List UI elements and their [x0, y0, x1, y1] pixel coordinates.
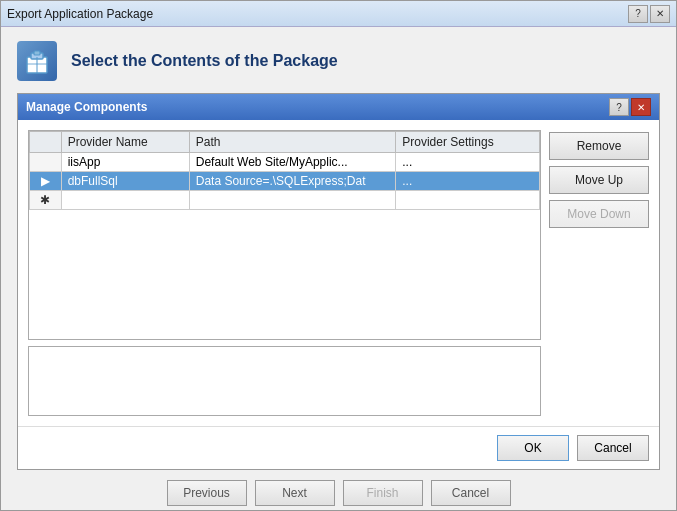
- outer-titlebar-controls: ? ✕: [628, 5, 670, 23]
- inner-titlebar-controls: ? ✕: [609, 98, 651, 116]
- col-header-settings: Provider Settings: [396, 132, 540, 153]
- col-header-indicator: [30, 132, 62, 153]
- table-row-new[interactable]: ✱: [30, 191, 540, 210]
- detail-area: [28, 346, 541, 416]
- outer-help-button[interactable]: ?: [628, 5, 648, 23]
- inner-titlebar: Manage Components ? ✕: [18, 94, 659, 120]
- row-indicator-selected: ▶: [30, 172, 62, 191]
- dialog-footer: OK Cancel: [18, 426, 659, 469]
- outer-content: Select the Contents of the Package Manag…: [1, 27, 676, 511]
- page-header: Select the Contents of the Package: [17, 41, 660, 81]
- cell-path-selected: Data Source=.\SQLExpress;Dat: [189, 172, 396, 191]
- cell-path: Default Web Site/MyApplic...: [189, 153, 396, 172]
- row-indicator-new: ✱: [30, 191, 62, 210]
- previous-button[interactable]: Previous: [167, 480, 247, 506]
- package-icon: [23, 47, 51, 75]
- col-header-provider: Provider Name: [61, 132, 189, 153]
- left-panel: Provider Name Path Provider Settings iis…: [28, 130, 541, 416]
- inner-dialog-title: Manage Components: [26, 100, 147, 114]
- dialog-cancel-button[interactable]: Cancel: [577, 435, 649, 461]
- cell-provider-selected: dbFullSql: [61, 172, 189, 191]
- table-row[interactable]: iisApp Default Web Site/MyApplic... ...: [30, 153, 540, 172]
- page-icon: [17, 41, 57, 81]
- inner-close-button[interactable]: ✕: [631, 98, 651, 116]
- navigation-bar: Previous Next Finish Cancel: [17, 470, 660, 511]
- cell-provider: iisApp: [61, 153, 189, 172]
- table-row[interactable]: ▶ dbFullSql Data Source=.\SQLExpress;Dat…: [30, 172, 540, 191]
- ok-button[interactable]: OK: [497, 435, 569, 461]
- finish-button[interactable]: Finish: [343, 480, 423, 506]
- action-buttons-panel: Remove Move Up Move Down: [549, 130, 649, 416]
- remove-button[interactable]: Remove: [549, 132, 649, 160]
- cell-path-new: [189, 191, 396, 210]
- cell-settings-new: [396, 191, 540, 210]
- cell-settings: ...: [396, 153, 540, 172]
- cell-settings-selected: ...: [396, 172, 540, 191]
- page-title: Select the Contents of the Package: [71, 52, 338, 70]
- move-down-button[interactable]: Move Down: [549, 200, 649, 228]
- inner-body: Provider Name Path Provider Settings iis…: [18, 120, 659, 426]
- row-indicator: [30, 153, 62, 172]
- grid-table: Provider Name Path Provider Settings iis…: [29, 131, 540, 210]
- outer-close-button[interactable]: ✕: [650, 5, 670, 23]
- grid-header-row: Provider Name Path Provider Settings: [30, 132, 540, 153]
- components-grid[interactable]: Provider Name Path Provider Settings iis…: [28, 130, 541, 340]
- inner-dialog: Manage Components ? ✕ Pro: [17, 93, 660, 470]
- cell-provider-new: [61, 191, 189, 210]
- outer-window: Export Application Package ? ✕ Select th…: [0, 0, 677, 511]
- outer-titlebar: Export Application Package ? ✕: [1, 1, 676, 27]
- svg-rect-2: [34, 51, 40, 55]
- move-up-button[interactable]: Move Up: [549, 166, 649, 194]
- inner-help-button[interactable]: ?: [609, 98, 629, 116]
- outer-window-title: Export Application Package: [7, 7, 153, 21]
- next-button[interactable]: Next: [255, 480, 335, 506]
- cancel-button[interactable]: Cancel: [431, 480, 511, 506]
- col-header-path: Path: [189, 132, 396, 153]
